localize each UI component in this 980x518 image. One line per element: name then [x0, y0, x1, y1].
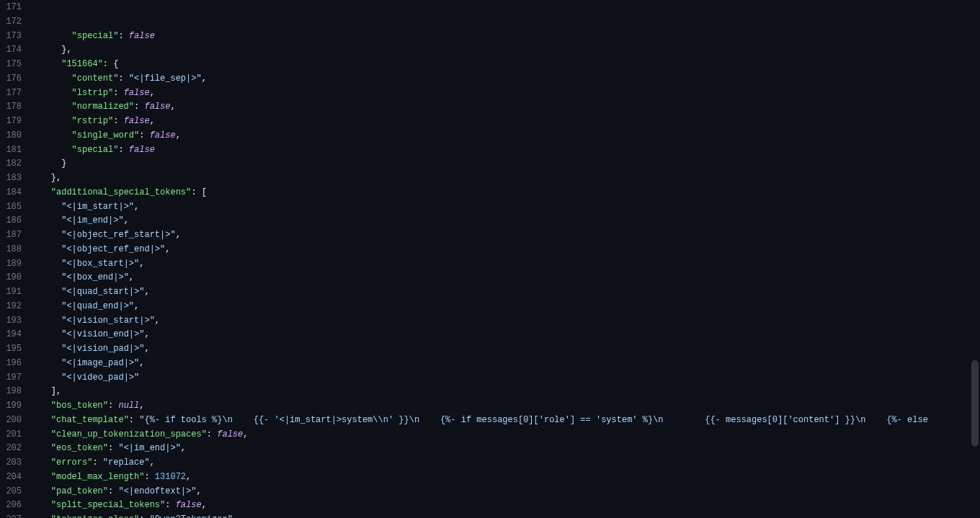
code-line[interactable]: "<|object_ref_end|>",	[30, 243, 980, 257]
line-number: 172	[0, 15, 22, 30]
code-line[interactable]: "normalized": false,	[30, 100, 980, 115]
line-number: 206	[0, 499, 22, 513]
line-number: 207	[0, 513, 22, 518]
line-number: 200	[0, 414, 22, 428]
line-number: 183	[0, 171, 22, 186]
code-line[interactable]: "eos_token": "<|im_end|>",	[30, 442, 980, 456]
code-line[interactable]: "<|box_end|>",	[30, 271, 980, 285]
code-line[interactable]: "bos_token": null,	[30, 399, 980, 414]
line-number: 181	[0, 143, 22, 158]
code-line[interactable]: "<|im_end|>",	[30, 214, 980, 228]
code-area[interactable]: "special": false }, "151664": { "content…	[30, 0, 980, 518]
code-line[interactable]: "additional_special_tokens": [	[30, 186, 980, 200]
code-line[interactable]: "<|box_start|>",	[30, 257, 980, 272]
line-number: 205	[0, 485, 22, 499]
code-line[interactable]: "<|video_pad|>"	[30, 371, 980, 385]
code-line[interactable]: "special": false	[30, 143, 980, 158]
line-number: 175	[0, 58, 22, 72]
line-number: 192	[0, 300, 22, 314]
line-number: 197	[0, 371, 22, 385]
code-line[interactable]: "content": "<|file_sep|>",	[30, 72, 980, 86]
line-number: 187	[0, 228, 22, 243]
code-line[interactable]: "<|im_start|>",	[30, 200, 980, 215]
line-number: 184	[0, 186, 22, 200]
line-number: 174	[0, 43, 22, 58]
line-number: 171	[0, 1, 22, 15]
code-editor: 1711721731741751761771781791801811821831…	[0, 0, 980, 518]
line-number: 196	[0, 357, 22, 371]
line-number: 185	[0, 200, 22, 215]
line-number: 186	[0, 214, 22, 228]
code-line[interactable]: }	[30, 157, 980, 171]
code-line[interactable]: "tokenizer_class": "Qwen2Tokenizer",	[30, 513, 980, 518]
line-number: 189	[0, 257, 22, 272]
code-line[interactable]: "rstrip": false,	[30, 115, 980, 129]
code-line[interactable]: },	[30, 43, 980, 58]
code-line[interactable]: },	[30, 171, 980, 186]
line-number: 204	[0, 470, 22, 485]
code-line[interactable]: "<|quad_end|>",	[30, 300, 980, 314]
line-number: 194	[0, 328, 22, 342]
line-number: 173	[0, 30, 22, 44]
code-line[interactable]: "chat_template": "{%- if tools %}\n {{- …	[30, 414, 980, 428]
code-line[interactable]: "model_max_length": 131072,	[30, 470, 980, 485]
code-line[interactable]: "<|object_ref_start|>",	[30, 228, 980, 243]
code-line[interactable]: ],	[30, 385, 980, 399]
code-line[interactable]: "clean_up_tokenization_spaces": false,	[30, 428, 980, 442]
line-number: 198	[0, 385, 22, 399]
code-line[interactable]: "<|vision_start|>",	[30, 314, 980, 329]
code-line[interactable]: "<|vision_end|>",	[30, 328, 980, 342]
line-number: 191	[0, 285, 22, 300]
code-line[interactable]: "split_special_tokens": false,	[30, 499, 980, 513]
code-line[interactable]: "single_word": false,	[30, 129, 980, 143]
code-line[interactable]: "151664": {	[30, 58, 980, 72]
line-number: 190	[0, 271, 22, 285]
vertical-scroll-thumb[interactable]	[971, 360, 979, 447]
line-number: 177	[0, 86, 22, 101]
line-number: 179	[0, 115, 22, 129]
line-number: 199	[0, 399, 22, 414]
line-number: 176	[0, 72, 22, 86]
code-line[interactable]: "errors": "replace",	[30, 456, 980, 470]
line-number: 202	[0, 442, 22, 456]
line-number-gutter: 1711721731741751761771781791801811821831…	[0, 0, 30, 518]
line-number: 201	[0, 428, 22, 442]
line-number: 195	[0, 342, 22, 357]
line-number: 203	[0, 456, 22, 470]
line-number: 193	[0, 314, 22, 329]
line-number: 188	[0, 243, 22, 257]
code-line[interactable]: "<|vision_pad|>",	[30, 342, 980, 357]
line-number: 182	[0, 157, 22, 171]
line-number: 180	[0, 129, 22, 143]
code-line[interactable]: "<|image_pad|>",	[30, 357, 980, 371]
code-line[interactable]: "special": false	[30, 30, 980, 44]
code-line[interactable]: "<|quad_start|>",	[30, 285, 980, 300]
code-line[interactable]: "lstrip": false,	[30, 86, 980, 101]
code-line[interactable]: "pad_token": "<|endoftext|>",	[30, 485, 980, 499]
vertical-scrollbar[interactable]	[970, 0, 980, 518]
line-number: 178	[0, 100, 22, 115]
